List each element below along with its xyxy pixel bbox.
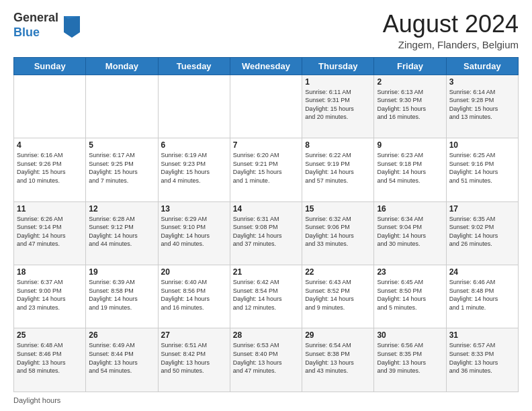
- calendar-week-2: 4Sunrise: 6:16 AMSunset: 9:26 PMDaylight…: [14, 138, 519, 201]
- col-thursday: Thursday: [302, 57, 374, 75]
- day-number: 18: [17, 267, 83, 277]
- table-row: 17Sunrise: 6:35 AMSunset: 9:02 PMDayligh…: [446, 201, 518, 265]
- day-number: 20: [161, 267, 227, 277]
- day-info: Sunrise: 6:54 AMSunset: 8:38 PMDaylight:…: [305, 341, 371, 375]
- table-row: [158, 75, 230, 138]
- calendar-week-3: 11Sunrise: 6:26 AMSunset: 9:14 PMDayligh…: [14, 201, 519, 265]
- table-row: 12Sunrise: 6:28 AMSunset: 9:12 PMDayligh…: [86, 201, 158, 265]
- col-saturday: Saturday: [446, 57, 518, 75]
- table-row: 9Sunrise: 6:23 AMSunset: 9:18 PMDaylight…: [374, 138, 446, 201]
- day-number: 29: [305, 330, 371, 340]
- day-info: Sunrise: 6:26 AMSunset: 9:14 PMDaylight:…: [17, 215, 83, 248]
- day-number: 9: [377, 140, 443, 150]
- day-info: Sunrise: 6:32 AMSunset: 9:06 PMDaylight:…: [305, 215, 371, 248]
- day-info: Sunrise: 6:34 AMSunset: 9:04 PMDaylight:…: [377, 215, 443, 248]
- table-row: 15Sunrise: 6:32 AMSunset: 9:06 PMDayligh…: [302, 201, 374, 265]
- table-row: 23Sunrise: 6:45 AMSunset: 8:50 PMDayligh…: [374, 265, 446, 328]
- table-row: 10Sunrise: 6:25 AMSunset: 9:16 PMDayligh…: [446, 138, 518, 201]
- logo-icon: [61, 13, 83, 38]
- col-tuesday: Tuesday: [158, 57, 230, 75]
- table-row: 28Sunrise: 6:53 AMSunset: 8:40 PMDayligh…: [230, 328, 302, 392]
- day-number: 15: [305, 204, 371, 214]
- day-info: Sunrise: 6:40 AMSunset: 8:56 PMDaylight:…: [161, 278, 227, 312]
- table-row: 22Sunrise: 6:43 AMSunset: 8:52 PMDayligh…: [302, 265, 374, 328]
- table-row: 20Sunrise: 6:40 AMSunset: 8:56 PMDayligh…: [158, 265, 230, 328]
- day-number: 8: [305, 140, 371, 150]
- table-row: 7Sunrise: 6:20 AMSunset: 9:21 PMDaylight…: [230, 138, 302, 201]
- table-row: 30Sunrise: 6:56 AMSunset: 8:35 PMDayligh…: [374, 328, 446, 392]
- day-info: Sunrise: 6:57 AMSunset: 8:33 PMDaylight:…: [449, 341, 515, 375]
- day-info: Sunrise: 6:13 AMSunset: 9:30 PMDaylight:…: [377, 88, 443, 122]
- logo-general: General: [13, 11, 58, 26]
- day-number: 31: [449, 330, 515, 340]
- table-row: 6Sunrise: 6:19 AMSunset: 9:23 PMDaylight…: [158, 138, 230, 201]
- page: General Blue August 2024 Zingem, Flander…: [0, 0, 532, 411]
- day-info: Sunrise: 6:17 AMSunset: 9:25 PMDaylight:…: [89, 151, 154, 185]
- day-info: Sunrise: 6:25 AMSunset: 9:16 PMDaylight:…: [449, 151, 515, 185]
- table-row: 8Sunrise: 6:22 AMSunset: 9:19 PMDaylight…: [302, 138, 374, 201]
- day-number: 13: [161, 204, 227, 214]
- table-row: 3Sunrise: 6:14 AMSunset: 9:28 PMDaylight…: [446, 75, 518, 138]
- day-info: Sunrise: 6:14 AMSunset: 9:28 PMDaylight:…: [449, 88, 515, 122]
- table-row: 11Sunrise: 6:26 AMSunset: 9:14 PMDayligh…: [14, 201, 86, 265]
- table-row: 24Sunrise: 6:46 AMSunset: 8:48 PMDayligh…: [446, 265, 518, 328]
- day-number: 27: [161, 330, 227, 340]
- day-info: Sunrise: 6:22 AMSunset: 9:19 PMDaylight:…: [305, 151, 371, 185]
- table-row: 29Sunrise: 6:54 AMSunset: 8:38 PMDayligh…: [302, 328, 374, 392]
- col-monday: Monday: [86, 57, 158, 75]
- table-row: 4Sunrise: 6:16 AMSunset: 9:26 PMDaylight…: [14, 138, 86, 201]
- day-info: Sunrise: 6:28 AMSunset: 9:12 PMDaylight:…: [89, 215, 154, 248]
- table-row: 19Sunrise: 6:39 AMSunset: 8:58 PMDayligh…: [86, 265, 158, 328]
- day-info: Sunrise: 6:43 AMSunset: 8:52 PMDaylight:…: [305, 278, 371, 312]
- day-number: 21: [233, 267, 299, 277]
- day-info: Sunrise: 6:20 AMSunset: 9:21 PMDaylight:…: [233, 151, 299, 185]
- table-row: 16Sunrise: 6:34 AMSunset: 9:04 PMDayligh…: [374, 201, 446, 265]
- day-info: Sunrise: 6:56 AMSunset: 8:35 PMDaylight:…: [377, 341, 443, 375]
- day-number: 3: [449, 77, 515, 87]
- day-info: Sunrise: 6:45 AMSunset: 8:50 PMDaylight:…: [377, 278, 443, 312]
- table-row: [230, 75, 302, 138]
- table-row: [14, 75, 86, 138]
- month-title: August 2024: [383, 11, 519, 38]
- day-info: Sunrise: 6:42 AMSunset: 8:54 PMDaylight:…: [233, 278, 299, 312]
- day-number: 6: [161, 140, 227, 150]
- day-info: Sunrise: 6:19 AMSunset: 9:23 PMDaylight:…: [161, 151, 227, 185]
- day-number: 4: [17, 140, 83, 150]
- day-number: 5: [89, 140, 154, 150]
- day-number: 2: [377, 77, 443, 87]
- table-row: 1Sunrise: 6:11 AMSunset: 9:31 PMDaylight…: [302, 75, 374, 138]
- calendar-week-4: 18Sunrise: 6:37 AMSunset: 9:00 PMDayligh…: [14, 265, 519, 328]
- table-row: 25Sunrise: 6:48 AMSunset: 8:46 PMDayligh…: [14, 328, 86, 392]
- table-row: 27Sunrise: 6:51 AMSunset: 8:42 PMDayligh…: [158, 328, 230, 392]
- day-number: 30: [377, 330, 443, 340]
- day-number: 14: [233, 204, 299, 214]
- day-number: 16: [377, 204, 443, 214]
- day-number: 26: [89, 330, 154, 340]
- logo-blue: Blue: [13, 26, 58, 40]
- title-area: August 2024 Zingem, Flanders, Belgium: [383, 11, 519, 50]
- day-info: Sunrise: 6:11 AMSunset: 9:31 PMDaylight:…: [305, 88, 371, 122]
- col-sunday: Sunday: [14, 57, 86, 75]
- day-number: 17: [449, 204, 515, 214]
- day-info: Sunrise: 6:37 AMSunset: 9:00 PMDaylight:…: [17, 278, 83, 312]
- header: General Blue August 2024 Zingem, Flander…: [13, 11, 519, 50]
- calendar-table: Sunday Monday Tuesday Wednesday Thursday…: [13, 57, 519, 392]
- day-number: 22: [305, 267, 371, 277]
- table-row: 13Sunrise: 6:29 AMSunset: 9:10 PMDayligh…: [158, 201, 230, 265]
- day-number: 12: [89, 204, 154, 214]
- day-info: Sunrise: 6:23 AMSunset: 9:18 PMDaylight:…: [377, 151, 443, 185]
- logo-text: General Blue: [13, 11, 58, 40]
- table-row: 14Sunrise: 6:31 AMSunset: 9:08 PMDayligh…: [230, 201, 302, 265]
- day-info: Sunrise: 6:16 AMSunset: 9:26 PMDaylight:…: [17, 151, 83, 185]
- calendar-header-row: Sunday Monday Tuesday Wednesday Thursday…: [14, 57, 519, 75]
- day-info: Sunrise: 6:39 AMSunset: 8:58 PMDaylight:…: [89, 278, 154, 312]
- day-info: Sunrise: 6:29 AMSunset: 9:10 PMDaylight:…: [161, 215, 227, 248]
- day-number: 23: [377, 267, 443, 277]
- col-friday: Friday: [374, 57, 446, 75]
- daylight-label: Daylight hours: [13, 396, 60, 404]
- table-row: 5Sunrise: 6:17 AMSunset: 9:25 PMDaylight…: [86, 138, 158, 201]
- location: Zingem, Flanders, Belgium: [383, 39, 519, 50]
- table-row: 2Sunrise: 6:13 AMSunset: 9:30 PMDaylight…: [374, 75, 446, 138]
- table-row: 31Sunrise: 6:57 AMSunset: 8:33 PMDayligh…: [446, 328, 518, 392]
- day-info: Sunrise: 6:51 AMSunset: 8:42 PMDaylight:…: [161, 341, 227, 375]
